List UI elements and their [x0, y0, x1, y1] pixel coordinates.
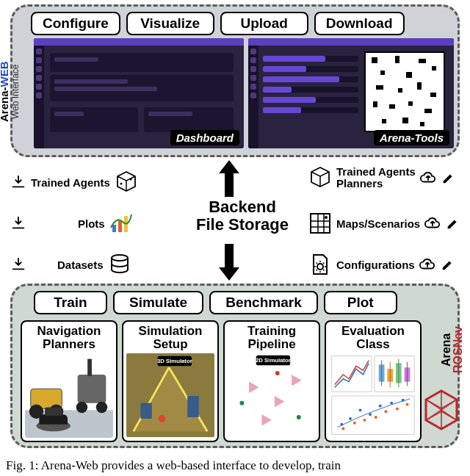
svg-point-52 [363, 419, 366, 422]
svg-rect-2 [112, 225, 116, 232]
config-doc-icon [308, 253, 332, 276]
svg-rect-22 [140, 403, 151, 419]
svg-point-47 [379, 405, 382, 408]
card-simulation-setup: SimulationSetup 3D Simulator [122, 320, 219, 442]
svg-point-16 [96, 402, 107, 413]
arrow-up-icon [217, 159, 241, 198]
svg-point-53 [375, 416, 377, 419]
sim2d-image: 2D Simulator [228, 353, 316, 438]
download-button[interactable]: Download [314, 12, 405, 35]
sim3d-image: 3D Simulator [126, 353, 214, 438]
svg-point-51 [353, 422, 356, 425]
upload-button[interactable]: Upload [220, 12, 308, 35]
map-grid-icon [308, 212, 332, 235]
svg-point-0 [120, 183, 122, 185]
dashboard-label: Dashboard [170, 130, 239, 145]
edit-icon [445, 215, 461, 231]
svg-point-29 [297, 415, 301, 419]
svg-rect-3 [118, 220, 122, 232]
svg-point-44 [349, 417, 352, 420]
svg-rect-25 [228, 353, 316, 437]
svg-point-55 [396, 407, 399, 410]
ul-configurations: Configurations [308, 253, 456, 276]
card-evaluation-class: EvaluationClass [325, 320, 422, 442]
cloud-upload-icon [419, 256, 435, 273]
svg-text:2D Simulator: 2D Simulator [256, 357, 291, 364]
svg-point-54 [384, 410, 387, 413]
svg-rect-18 [45, 407, 62, 416]
ul-maps-scenarios: Maps/Scenarios [308, 212, 461, 235]
arena-tools-label: Arena-Tools [374, 130, 449, 145]
arena-rosnav-vertical-label: ArenaROSNav [441, 326, 464, 373]
download-icon [10, 215, 26, 231]
simulate-button[interactable]: Simulate [113, 291, 203, 314]
svg-point-28 [239, 401, 244, 405]
train-button[interactable]: Train [34, 291, 107, 314]
eval-plots-image [329, 353, 417, 438]
svg-point-24 [159, 415, 166, 422]
svg-text:3D Simulator: 3D Simulator [157, 358, 192, 364]
svg-point-45 [359, 408, 362, 411]
plot-button[interactable]: Plot [324, 291, 397, 314]
plots-chart-icon [109, 212, 133, 235]
agents-cube-icon [115, 170, 138, 194]
arrow-down-icon [217, 242, 241, 282]
download-icon [10, 256, 26, 273]
top-button-row: Configure Visualize Upload Download [31, 12, 405, 35]
dl-datasets: Datasets [10, 253, 131, 276]
agents-cube-icon [308, 166, 332, 190]
svg-point-56 [406, 403, 409, 406]
svg-point-7 [325, 216, 328, 219]
map-preview [364, 51, 445, 132]
cloud-upload-icon [420, 170, 436, 186]
backend-title: BackendFile Storage [176, 198, 308, 234]
card-navigation-planners: NavigationPlanners [21, 320, 118, 442]
benchmark-button[interactable]: Benchmark [209, 291, 318, 314]
svg-point-50 [341, 428, 344, 430]
svg-point-5 [112, 255, 128, 261]
svg-point-1 [129, 178, 131, 181]
database-icon [108, 253, 131, 276]
rosnav-hex-icon [423, 389, 460, 430]
svg-rect-23 [187, 396, 198, 417]
svg-rect-13 [78, 375, 106, 403]
svg-point-30 [275, 371, 280, 375]
svg-rect-14 [87, 359, 92, 376]
arena-web-vertical-label: Arena-WEB Web Interface [0, 33, 22, 151]
edit-icon [440, 256, 456, 273]
download-icon [10, 174, 26, 190]
bottom-button-row: Train Simulate Benchmark Plot [34, 291, 397, 314]
figure-caption: Fig. 1: Arena-Web provides a web-based i… [6, 458, 461, 473]
dl-trained-agents: Trained Agents [10, 170, 138, 194]
arena-tools-screenshot: Arena-Tools [248, 38, 454, 148]
svg-point-15 [76, 402, 87, 413]
svg-point-46 [369, 413, 372, 416]
dashboard-screenshot: Dashboard [34, 38, 244, 148]
configure-button[interactable]: Configure [31, 12, 120, 35]
visualize-button[interactable]: Visualize [126, 12, 214, 35]
card-training-pipeline: TrainingPipeline 2D Simulator [223, 320, 320, 442]
robots-image [25, 353, 113, 438]
ul-trained-agents-planners: Trained AgentsPlanners [308, 166, 457, 190]
cloud-upload-icon [424, 215, 441, 231]
svg-point-8 [317, 264, 323, 270]
dl-plots: Plots [10, 212, 133, 235]
edit-icon [441, 170, 457, 186]
